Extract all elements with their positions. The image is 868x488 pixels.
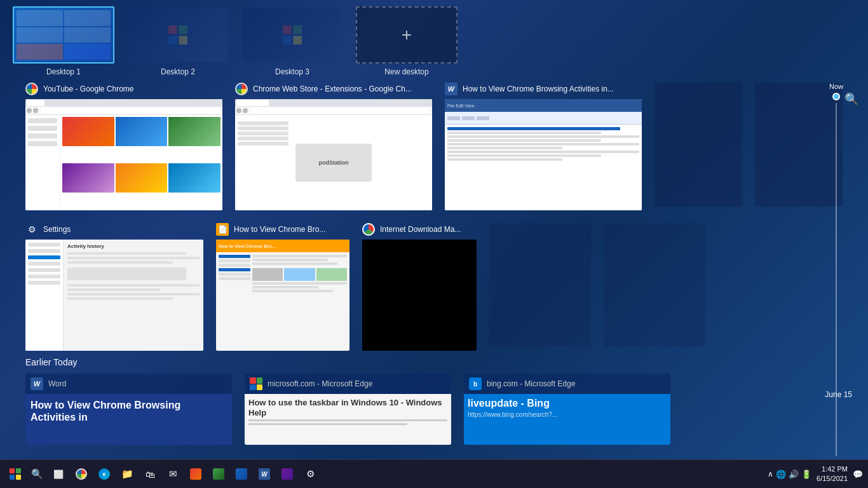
how-to-bro-preview[interactable]: How to View Chrome Bro... <box>216 240 349 351</box>
settings-checkbox-area <box>67 268 186 280</box>
cws-window-card[interactable]: Chrome Web Store - Extensions - Google C… <box>235 83 432 210</box>
bing-earlier-card[interactable]: b bing.com - Microsoft Edge liveupdate -… <box>464 374 670 445</box>
settings-window-card[interactable]: ⚙ Settings Activity history <box>25 223 203 351</box>
battery-icon[interactable]: 🔋 <box>801 470 811 479</box>
word-preview[interactable]: File Edit View <box>445 99 642 210</box>
settings-text-3 <box>67 261 173 264</box>
cws-ext-2 <box>238 126 288 130</box>
network-icon[interactable]: 🌐 <box>776 470 786 479</box>
edge-taskbar-icon[interactable]: e <box>94 464 114 484</box>
settings-preview[interactable]: Activity history <box>25 240 203 351</box>
desktop2-item[interactable]: Desktop 2 <box>127 6 229 76</box>
settings-card-title: Settings <box>43 225 71 234</box>
how-to-sidebar <box>219 255 250 348</box>
volume-icon[interactable]: 🔊 <box>789 470 799 479</box>
desktop3-item[interactable]: Desktop 3 <box>241 6 343 76</box>
task-view-button[interactable]: ⬜ <box>48 464 69 484</box>
how-to-line-4 <box>252 282 347 285</box>
store-taskbar-icon[interactable]: 🛍 <box>140 464 160 484</box>
bing-app-name: bing.com - Microsoft Edge <box>487 379 575 388</box>
word-tb-icon: W <box>259 468 270 480</box>
word-line-7 <box>447 154 601 157</box>
settings-text-7 <box>67 297 173 300</box>
youtube-window-card[interactable]: YouTube - Google Chrome YouTube <box>25 83 222 210</box>
app1-tb-icon <box>190 468 201 480</box>
app1-taskbar-icon[interactable] <box>186 464 206 484</box>
cws-address <box>250 107 430 114</box>
desktop2-thumb[interactable] <box>127 6 229 64</box>
settings-nav-1 <box>28 243 60 247</box>
desktop3-label: Desktop 3 <box>275 67 309 76</box>
word-line-8 <box>447 158 562 161</box>
how-to-bro-title: How to View Chrome Bro... <box>234 225 326 234</box>
word-title-line <box>447 127 620 130</box>
yt-sidebar <box>25 115 60 210</box>
word-line-3 <box>447 139 601 142</box>
how-to-bro-card[interactable]: 📄 How to View Chrome Bro... How to View … <box>216 223 349 351</box>
desktop3-thumb[interactable] <box>241 6 343 64</box>
youtube-preview[interactable]: YouTube <box>25 99 222 210</box>
search-taskbar-button[interactable]: 🔍 <box>28 464 46 484</box>
word-line-4 <box>447 143 639 146</box>
mail-tb-icon: ✉ <box>169 468 177 480</box>
idm-preview[interactable] <box>362 240 477 351</box>
word-taskbar-icon[interactable]: W <box>254 464 275 484</box>
settings-nav-6 <box>28 274 60 278</box>
svg-rect-3 <box>179 36 188 45</box>
desktop1-item[interactable]: Desktop 1 <box>13 6 114 76</box>
timeline-search-icon[interactable]: 🔍 <box>844 92 858 106</box>
svg-rect-6 <box>283 36 292 45</box>
word-line-5 <box>447 147 562 149</box>
folder-icon-how-to: 📄 <box>216 223 229 236</box>
yt-thumb-6 <box>168 163 220 193</box>
how-to-mini-2 <box>284 268 315 281</box>
chrome-icon-youtube <box>25 83 38 95</box>
how-to-nav-4 <box>219 268 250 271</box>
ms-icon-earlier <box>250 377 262 390</box>
app4-taskbar-icon[interactable] <box>277 464 297 484</box>
mail-taskbar-icon[interactable]: ✉ <box>163 464 183 484</box>
how-to-mini-3 <box>316 268 347 281</box>
cws-tab: Chrome Web Store <box>236 100 269 106</box>
new-desktop-item[interactable]: + New desktop <box>356 6 458 76</box>
app3-taskbar-icon[interactable] <box>231 464 252 484</box>
yt-sidebar-home <box>28 118 57 123</box>
folder-tb-icon: 📁 <box>121 468 133 480</box>
settings-sidebar <box>25 240 64 351</box>
idm-window-card[interactable]: Internet Download Ma... <box>362 223 477 351</box>
how-to-thumb-row <box>252 268 347 281</box>
svg-rect-7 <box>294 36 302 45</box>
settings-text-6 <box>67 293 200 295</box>
cws-nav-bar <box>235 107 432 115</box>
word-window-card[interactable]: W How to View Chrome Browsing Activities… <box>445 83 642 210</box>
desktop1-thumb[interactable] <box>13 6 114 64</box>
cws-ext-4 <box>238 137 288 140</box>
edge-tb-icon: e <box>98 468 110 480</box>
notification-icon[interactable]: 💬 <box>853 470 863 479</box>
word-body <box>445 125 642 210</box>
app2-taskbar-icon[interactable] <box>208 464 229 484</box>
chrome-taskbar-icon[interactable] <box>71 464 92 484</box>
right-empty-1 <box>654 83 742 207</box>
settings-text-1 <box>67 252 186 255</box>
new-desktop-thumb[interactable]: + <box>356 6 458 64</box>
how-to-main <box>252 255 347 348</box>
cws-nav-back <box>236 108 241 113</box>
cws-ext-3 <box>238 132 288 135</box>
yt-thumb-4 <box>62 163 114 193</box>
yt-address <box>41 107 220 114</box>
now-section: YouTube - Google Chrome YouTube <box>25 83 843 210</box>
task-view-icon: ⬜ <box>53 470 64 479</box>
how-to-nav-2 <box>219 259 250 262</box>
edge-earlier-card[interactable]: microsoft.com - Microsoft Edge How to us… <box>245 374 451 445</box>
yt-sidebar-lib <box>28 141 57 146</box>
file-explorer-taskbar-icon[interactable]: 📁 <box>117 464 137 484</box>
cws-preview[interactable]: Chrome Web Store podS <box>235 99 432 210</box>
settings-taskbar-icon[interactable]: ⚙ <box>300 464 320 484</box>
word-icon-earlier: W <box>31 377 43 390</box>
svg-rect-4 <box>283 25 292 34</box>
taskbar-clock[interactable]: 1:42 PM 6/15/2021 <box>814 463 850 485</box>
start-button[interactable] <box>5 464 25 484</box>
word-earlier-card[interactable]: W Word How to View Chrome Browsing Activ… <box>25 374 232 445</box>
system-tray-chevron[interactable]: ∧ <box>768 470 773 478</box>
